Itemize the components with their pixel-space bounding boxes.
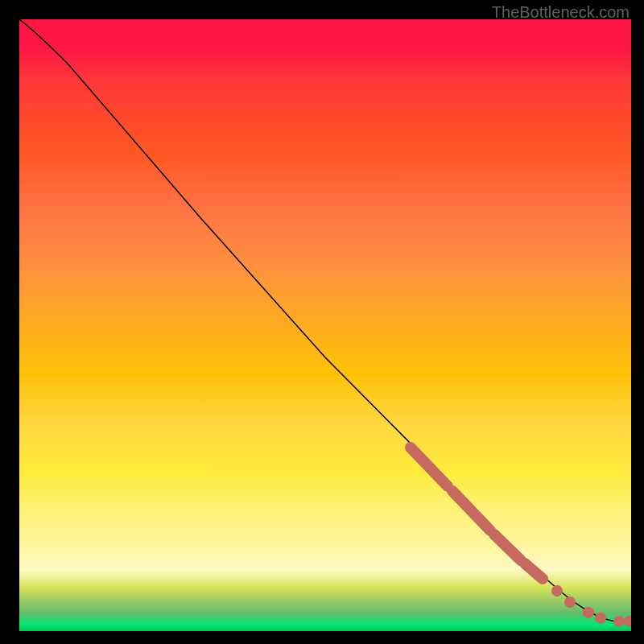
- point-5: [613, 616, 625, 627]
- chart-container: TheBottleneck.com: [0, 0, 644, 644]
- highlight-seg-3: [494, 535, 521, 560]
- main-curve: [19, 19, 631, 623]
- highlight-segments: [411, 448, 543, 579]
- point-2: [564, 597, 576, 608]
- point-6: [624, 616, 631, 627]
- chart-svg: [19, 19, 631, 631]
- curve-group: [19, 19, 631, 623]
- watermark-text: TheBottleneck.com: [492, 3, 630, 22]
- point-4: [595, 613, 606, 624]
- point-3: [583, 607, 594, 618]
- highlight-seg-4: [525, 564, 543, 579]
- highlight-seg-2: [452, 491, 490, 530]
- plot-area: [19, 19, 631, 631]
- point-1: [551, 585, 563, 597]
- highlight-seg-1: [411, 448, 448, 486]
- highlight-points: [551, 585, 631, 627]
